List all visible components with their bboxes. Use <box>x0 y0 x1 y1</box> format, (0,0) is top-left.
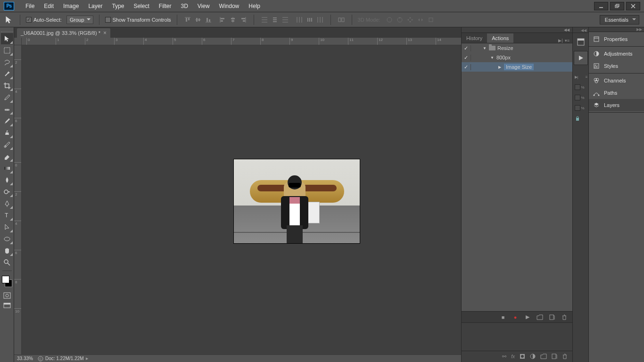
link-icon[interactable]: ⚯ <box>502 354 506 360</box>
menu-view[interactable]: View <box>193 1 215 11</box>
actions-tab[interactable]: Actions <box>487 33 513 43</box>
right-dock-collapse-toggle[interactable]: ▶▶ <box>589 27 644 32</box>
move-tool-indicator-icon[interactable] <box>5 15 14 25</box>
record-button-icon[interactable]: ● <box>512 314 519 321</box>
screen-mode-toggle[interactable] <box>1 301 13 311</box>
strip-collapse-toggle[interactable]: ◀◀ <box>573 28 588 33</box>
zoom-level[interactable]: 33.33% <box>17 356 33 361</box>
history-tab[interactable]: History <box>462 33 487 43</box>
menu-window[interactable]: Window <box>215 1 244 11</box>
adjustment-icon[interactable] <box>530 354 536 360</box>
group-icon[interactable] <box>540 354 547 360</box>
shape-tool[interactable] <box>1 233 13 245</box>
toggle-check-icon[interactable]: ✓ <box>462 45 471 51</box>
distribute-hcenter-icon[interactable] <box>305 15 314 25</box>
panel-menu-icon[interactable]: ▾≡ <box>565 38 570 43</box>
menu-help[interactable]: Help <box>244 1 265 11</box>
menu-3d[interactable]: 3D <box>176 1 192 11</box>
menu-layer[interactable]: Layer <box>83 1 107 11</box>
adjustments-panel-button[interactable]: Adjustments <box>589 48 644 60</box>
close-icon[interactable]: × <box>103 30 107 36</box>
layers-panel-button[interactable]: Layers <box>589 99 644 111</box>
chevron-down-icon[interactable]: ▼ <box>482 46 487 50</box>
toolbox-grip[interactable] <box>1 28 13 32</box>
gradient-tool[interactable] <box>1 163 13 174</box>
lasso-tool[interactable] <box>1 57 13 68</box>
crop-tool[interactable] <box>1 80 13 91</box>
align-hcenter-icon[interactable] <box>228 15 238 25</box>
dodge-tool[interactable] <box>1 186 13 197</box>
3d-slide-icon[interactable] <box>416 15 425 25</box>
eraser-tool[interactable] <box>1 151 13 162</box>
eyedropper-tool[interactable] <box>1 92 13 103</box>
3d-pan-icon[interactable] <box>405 15 415 25</box>
color-swatches[interactable] <box>1 275 13 288</box>
magic-wand-tool[interactable] <box>1 68 13 80</box>
workspace-switcher-dropdown[interactable]: Essentials <box>600 15 639 25</box>
canvas[interactable] <box>22 45 461 354</box>
new-layer-icon[interactable] <box>552 354 557 360</box>
auto-select-checkbox[interactable]: Auto-Select: <box>26 17 62 23</box>
3d-roll-icon[interactable] <box>395 15 405 25</box>
new-set-icon[interactable] <box>537 314 543 321</box>
menu-select[interactable]: Select <box>129 1 154 11</box>
window-minimize-button[interactable] <box>594 2 608 10</box>
doc-size-info[interactable]: Doc: 1.22M/1.22M <box>45 356 84 361</box>
new-action-icon[interactable] <box>549 314 555 321</box>
properties-panel-button[interactable]: Properties <box>589 33 644 45</box>
path-selection-tool[interactable] <box>1 222 13 233</box>
actions-play-strip-icon[interactable] <box>574 51 588 65</box>
history-brush-tool[interactable] <box>1 139 13 150</box>
vertical-ruler[interactable]: 2 4 6 0 2 4 6 8 10 <box>14 45 22 354</box>
play-button-icon[interactable]: ▶ <box>524 314 531 321</box>
menu-image[interactable]: Image <box>58 1 83 11</box>
align-vcenter-icon[interactable] <box>193 15 203 25</box>
distribute-right-icon[interactable] <box>315 15 325 25</box>
chevron-right-icon[interactable]: ▶ <box>497 65 502 69</box>
strip-row-1[interactable]: % <box>574 82 588 92</box>
hand-tool[interactable] <box>1 245 13 256</box>
auto-align-icon[interactable] <box>337 15 346 25</box>
zoom-tool[interactable] <box>1 257 13 268</box>
toggle-check-icon[interactable]: ✓ <box>462 55 471 61</box>
distribute-left-icon[interactable] <box>295 15 304 25</box>
trash-icon[interactable] <box>562 354 568 360</box>
history-strip-icon[interactable] <box>574 35 588 49</box>
clone-stamp-tool[interactable] <box>1 127 13 139</box>
fx-icon[interactable]: fx <box>511 354 515 359</box>
ruler-origin[interactable] <box>14 38 22 45</box>
trash-icon[interactable] <box>561 314 568 321</box>
quick-mask-toggle[interactable] <box>1 291 13 300</box>
type-tool[interactable]: T <box>1 210 13 221</box>
menu-type[interactable]: Type <box>107 1 129 11</box>
horizontal-ruler[interactable]: 0 1 2 3 4 5 6 7 8 9 10 11 12 13 14 <box>22 38 461 45</box>
show-transform-checkbox[interactable]: Show Transform Controls <box>105 17 171 23</box>
align-top-icon[interactable] <box>183 15 192 25</box>
action-step-row[interactable]: ✓ ▶ Image Size <box>462 62 572 72</box>
chevron-right-icon[interactable]: ▶ <box>86 357 88 361</box>
mask-icon[interactable] <box>520 354 525 360</box>
menu-filter[interactable]: Filter <box>154 1 176 11</box>
distribute-top-icon[interactable] <box>260 15 269 25</box>
channels-panel-button[interactable]: Channels <box>589 74 644 87</box>
healing-brush-tool[interactable] <box>1 104 13 115</box>
window-restore-button[interactable] <box>610 2 624 10</box>
auto-select-target-dropdown[interactable]: Group <box>66 16 93 24</box>
align-right-icon[interactable] <box>239 15 248 25</box>
strip-row-2[interactable]: % <box>574 92 588 103</box>
toggle-check-icon[interactable]: ✓ <box>462 64 471 70</box>
blur-tool[interactable] <box>1 174 13 186</box>
3d-scale-icon[interactable] <box>426 15 436 25</box>
chevron-down-icon[interactable]: ▼ <box>490 55 495 60</box>
align-bottom-icon[interactable] <box>204 15 213 25</box>
foreground-color[interactable] <box>2 276 9 283</box>
action-set-row[interactable]: ✓ ▼ Resize <box>462 43 572 53</box>
document-tab[interactable]: _U6A0001.jpg @ 33.3% (RGB/8) * × <box>17 28 110 38</box>
dock-collapse-toggle[interactable]: ◀◀ <box>462 27 572 33</box>
align-left-icon[interactable] <box>218 15 227 25</box>
action-row[interactable]: ✓ ▼ 800px <box>462 53 572 62</box>
move-tool[interactable] <box>1 33 13 44</box>
strip-lock-row[interactable] <box>574 113 588 123</box>
chevron-right-icon[interactable]: ▶| <box>558 38 562 43</box>
strip-shortcut-1[interactable]: ▶|≡ <box>574 72 588 82</box>
